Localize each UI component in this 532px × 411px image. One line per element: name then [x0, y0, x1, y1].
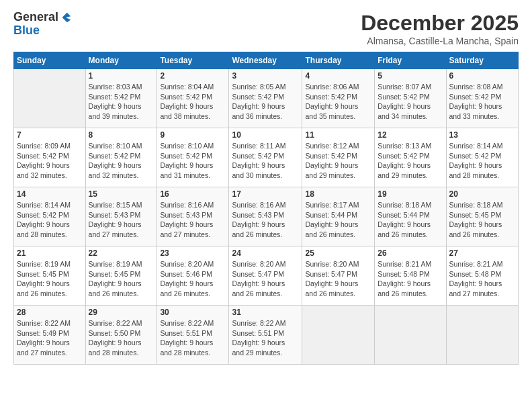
- calendar-cell: 28Sunrise: 8:22 AMSunset: 5:49 PMDayligh…: [14, 306, 86, 365]
- day-number: 23: [160, 248, 226, 258]
- calendar-cell: 11Sunrise: 8:12 AMSunset: 5:42 PMDayligh…: [302, 128, 375, 187]
- calendar-week-3: 14Sunrise: 8:14 AMSunset: 5:42 PMDayligh…: [14, 187, 519, 246]
- day-number: 8: [89, 130, 154, 140]
- day-info: Sunrise: 8:15 AMSunset: 5:43 PMDaylight:…: [89, 200, 154, 240]
- calendar-cell: 8Sunrise: 8:10 AMSunset: 5:42 PMDaylight…: [85, 128, 157, 187]
- calendar-header-wednesday: Wednesday: [229, 52, 302, 69]
- day-number: 17: [232, 189, 299, 199]
- day-number: 5: [378, 71, 443, 81]
- calendar-header-thursday: Thursday: [302, 52, 375, 69]
- day-number: 27: [449, 248, 515, 258]
- day-number: 4: [305, 71, 371, 81]
- day-number: 26: [378, 248, 443, 258]
- header: General Blue December 2025 Almansa, Cast…: [13, 11, 519, 46]
- day-number: 7: [17, 130, 83, 140]
- day-info: Sunrise: 8:04 AMSunset: 5:42 PMDaylight:…: [160, 82, 226, 122]
- day-number: 14: [17, 189, 83, 199]
- calendar-cell: 31Sunrise: 8:22 AMSunset: 5:51 PMDayligh…: [229, 306, 302, 365]
- day-info: Sunrise: 8:21 AMSunset: 5:48 PMDaylight:…: [378, 259, 443, 299]
- page: General Blue December 2025 Almansa, Cast…: [0, 0, 532, 411]
- calendar-week-5: 28Sunrise: 8:22 AMSunset: 5:49 PMDayligh…: [14, 306, 519, 365]
- day-info: Sunrise: 8:21 AMSunset: 5:48 PMDaylight:…: [449, 259, 515, 299]
- calendar-cell: 10Sunrise: 8:11 AMSunset: 5:42 PMDayligh…: [229, 128, 302, 187]
- calendar-cell: 4Sunrise: 8:06 AMSunset: 5:42 PMDaylight…: [302, 69, 375, 128]
- calendar-header-monday: Monday: [85, 52, 157, 69]
- day-number: 9: [160, 130, 226, 140]
- calendar-cell: [302, 306, 375, 365]
- calendar-cell: 5Sunrise: 8:07 AMSunset: 5:42 PMDaylight…: [375, 69, 446, 128]
- logo-bird-icon: [60, 11, 72, 24]
- calendar-cell: 2Sunrise: 8:04 AMSunset: 5:42 PMDaylight…: [157, 69, 229, 128]
- day-number: 3: [232, 71, 299, 81]
- day-number: 15: [89, 189, 154, 199]
- day-number: 20: [449, 189, 515, 199]
- day-number: 18: [305, 189, 371, 199]
- calendar-cell: 21Sunrise: 8:19 AMSunset: 5:45 PMDayligh…: [14, 246, 86, 306]
- day-info: Sunrise: 8:22 AMSunset: 5:51 PMDaylight:…: [160, 318, 226, 358]
- day-info: Sunrise: 8:22 AMSunset: 5:51 PMDaylight:…: [232, 318, 299, 358]
- calendar-cell: 26Sunrise: 8:21 AMSunset: 5:48 PMDayligh…: [375, 246, 446, 306]
- day-info: Sunrise: 8:20 AMSunset: 5:47 PMDaylight:…: [232, 259, 299, 299]
- day-info: Sunrise: 8:20 AMSunset: 5:47 PMDaylight:…: [305, 259, 371, 299]
- calendar-header-row: SundayMondayTuesdayWednesdayThursdayFrid…: [14, 52, 519, 69]
- calendar-cell: 9Sunrise: 8:10 AMSunset: 5:42 PMDaylight…: [157, 128, 229, 187]
- day-number: 1: [89, 71, 154, 81]
- calendar-week-2: 7Sunrise: 8:09 AMSunset: 5:42 PMDaylight…: [14, 128, 519, 187]
- calendar-cell: 30Sunrise: 8:22 AMSunset: 5:51 PMDayligh…: [157, 306, 229, 365]
- calendar-cell: 13Sunrise: 8:14 AMSunset: 5:42 PMDayligh…: [446, 128, 518, 187]
- day-info: Sunrise: 8:11 AMSunset: 5:42 PMDaylight:…: [232, 141, 299, 181]
- calendar-cell: 23Sunrise: 8:20 AMSunset: 5:46 PMDayligh…: [157, 246, 229, 306]
- day-info: Sunrise: 8:10 AMSunset: 5:42 PMDaylight:…: [160, 141, 226, 181]
- day-info: Sunrise: 8:16 AMSunset: 5:43 PMDaylight:…: [160, 200, 226, 240]
- day-info: Sunrise: 8:05 AMSunset: 5:42 PMDaylight:…: [232, 82, 299, 122]
- day-number: 29: [89, 308, 154, 317]
- day-number: 31: [232, 308, 299, 317]
- day-number: 16: [160, 189, 226, 199]
- day-number: 22: [89, 248, 154, 258]
- calendar-cell: 6Sunrise: 8:08 AMSunset: 5:42 PMDaylight…: [446, 69, 518, 128]
- calendar: SundayMondayTuesdayWednesdayThursdayFrid…: [13, 52, 519, 365]
- calendar-week-4: 21Sunrise: 8:19 AMSunset: 5:45 PMDayligh…: [14, 246, 519, 306]
- day-number: 2: [160, 71, 226, 81]
- calendar-header-saturday: Saturday: [446, 52, 518, 69]
- day-info: Sunrise: 8:22 AMSunset: 5:50 PMDaylight:…: [89, 318, 154, 358]
- calendar-cell: [14, 69, 86, 128]
- calendar-cell: 24Sunrise: 8:20 AMSunset: 5:47 PMDayligh…: [229, 246, 302, 306]
- day-info: Sunrise: 8:03 AMSunset: 5:42 PMDaylight:…: [89, 82, 154, 122]
- day-number: 6: [449, 71, 515, 81]
- calendar-cell: 12Sunrise: 8:13 AMSunset: 5:42 PMDayligh…: [375, 128, 446, 187]
- day-number: 21: [17, 248, 83, 258]
- day-info: Sunrise: 8:06 AMSunset: 5:42 PMDaylight:…: [305, 82, 371, 122]
- calendar-cell: 27Sunrise: 8:21 AMSunset: 5:48 PMDayligh…: [446, 246, 518, 306]
- logo-text-blue: Blue: [13, 24, 40, 37]
- day-info: Sunrise: 8:20 AMSunset: 5:46 PMDaylight:…: [160, 259, 226, 299]
- day-info: Sunrise: 8:09 AMSunset: 5:42 PMDaylight:…: [17, 141, 83, 181]
- day-info: Sunrise: 8:12 AMSunset: 5:42 PMDaylight:…: [305, 141, 371, 181]
- day-info: Sunrise: 8:17 AMSunset: 5:44 PMDaylight:…: [305, 200, 371, 240]
- day-number: 11: [305, 130, 371, 140]
- subtitle: Almansa, Castille-La Mancha, Spain: [361, 36, 519, 46]
- title-area: December 2025 Almansa, Castille-La Manch…: [361, 11, 519, 46]
- calendar-cell: 19Sunrise: 8:18 AMSunset: 5:44 PMDayligh…: [375, 187, 446, 246]
- day-info: Sunrise: 8:16 AMSunset: 5:43 PMDaylight:…: [232, 200, 299, 240]
- day-number: 10: [232, 130, 299, 140]
- day-info: Sunrise: 8:13 AMSunset: 5:42 PMDaylight:…: [378, 141, 443, 181]
- day-number: 28: [17, 308, 83, 317]
- calendar-cell: 15Sunrise: 8:15 AMSunset: 5:43 PMDayligh…: [85, 187, 157, 246]
- calendar-cell: 14Sunrise: 8:14 AMSunset: 5:42 PMDayligh…: [14, 187, 86, 246]
- day-info: Sunrise: 8:14 AMSunset: 5:42 PMDaylight:…: [17, 200, 83, 240]
- day-info: Sunrise: 8:18 AMSunset: 5:44 PMDaylight:…: [378, 200, 443, 240]
- day-number: 12: [378, 130, 443, 140]
- logo-text-general: General: [13, 11, 58, 24]
- day-number: 25: [305, 248, 371, 258]
- day-info: Sunrise: 8:22 AMSunset: 5:49 PMDaylight:…: [17, 318, 83, 358]
- calendar-cell: 18Sunrise: 8:17 AMSunset: 5:44 PMDayligh…: [302, 187, 375, 246]
- calendar-cell: [446, 306, 518, 365]
- calendar-cell: 29Sunrise: 8:22 AMSunset: 5:50 PMDayligh…: [85, 306, 157, 365]
- calendar-cell: 1Sunrise: 8:03 AMSunset: 5:42 PMDaylight…: [85, 69, 157, 128]
- day-number: 19: [378, 189, 443, 199]
- calendar-cell: 22Sunrise: 8:19 AMSunset: 5:45 PMDayligh…: [85, 246, 157, 306]
- day-number: 30: [160, 308, 226, 317]
- day-info: Sunrise: 8:08 AMSunset: 5:42 PMDaylight:…: [449, 82, 515, 122]
- calendar-cell: 16Sunrise: 8:16 AMSunset: 5:43 PMDayligh…: [157, 187, 229, 246]
